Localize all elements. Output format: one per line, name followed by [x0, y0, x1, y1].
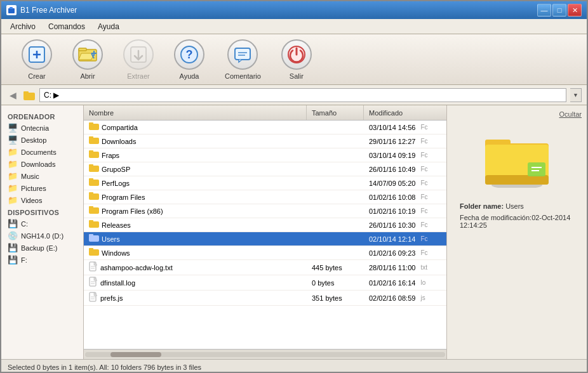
file-icon-row: [89, 292, 98, 302]
table-row[interactable]: GrupoSP 26/01/16 10:49 Fc: [84, 162, 446, 176]
ayuda-label: Ayuda: [180, 72, 199, 80]
file-modified: 29/01/16 12:27: [369, 138, 415, 145]
folder-icon-row: [89, 206, 99, 214]
table-row[interactable]: ashampoo-acdw-log.txt 445 bytes 28/01/16…: [84, 260, 446, 275]
abrir-button[interactable]: Abrir: [65, 36, 110, 84]
file-size-cell: [307, 224, 364, 226]
menu-bar: Archivo Comandos Ayuda: [1, 19, 587, 34]
folder-icon: [89, 247, 99, 258]
col-tamano[interactable]: Tamaño: [307, 105, 364, 120]
folder-icon-sm: 📁: [8, 171, 18, 181]
folder-icon: [89, 219, 99, 230]
ayuda-button[interactable]: ? Ayuda: [166, 36, 212, 84]
svg-rect-29: [89, 192, 93, 195]
sidebar-label: Documents: [21, 148, 57, 156]
path-dropdown[interactable]: ▼: [570, 88, 582, 102]
file-name: dfinstall.log: [100, 279, 135, 287]
svg-rect-35: [89, 234, 93, 237]
file-size: 351 bytes: [312, 294, 342, 302]
file-modified-cell: 01/02/16 10:19 Fc: [364, 206, 446, 216]
sidebar-item-documents[interactable]: 📁 Documents: [1, 146, 83, 158]
folder-icon-row: [89, 247, 99, 256]
folder-icon-row: [89, 122, 99, 131]
file-name-cell: Program Files (x86): [84, 204, 307, 218]
table-row[interactable]: prefs.js 351 bytes 02/02/16 08:59 js: [84, 291, 446, 306]
sidebar-label: Downloads: [21, 160, 55, 168]
horizontal-scrollbar[interactable]: [84, 349, 446, 359]
table-row[interactable]: Compartida 03/10/14 14:56 Fc: [84, 121, 446, 134]
sidebar-item-ontecnia[interactable]: 🖥️ Ontecnia: [1, 122, 83, 134]
window-controls: — □ ✕: [537, 4, 582, 16]
type-badge: Fc: [420, 152, 427, 159]
table-row[interactable]: Users 02/10/14 12:14 Fc: [84, 232, 446, 246]
back-button[interactable]: ◀: [6, 89, 19, 101]
svg-rect-37: [89, 248, 93, 251]
sidebar-section-dispositivos: Dispositivos: [1, 206, 83, 218]
type-badge: txt: [420, 264, 427, 271]
file-icon-row: [89, 261, 98, 272]
folder-name-row: Folder name: Users: [460, 202, 574, 210]
file-modified-cell: 03/10/14 14:56 Fc: [364, 122, 446, 133]
file-icon-row: [89, 277, 98, 287]
salir-button[interactable]: Salir: [274, 36, 319, 84]
file-name: Fraps: [102, 152, 119, 159]
svg-rect-1: [10, 7, 13, 9]
table-row[interactable]: Downloads 29/01/16 12:27 Fc: [84, 134, 446, 148]
sidebar-item-downloads[interactable]: 📁 Downloads: [1, 158, 83, 170]
folder-icon-row: [89, 136, 99, 145]
sidebar-label: C:: [21, 220, 28, 228]
sidebar-item-music[interactable]: 📁 Music: [1, 170, 83, 182]
sidebar-label: Pictures: [21, 185, 46, 192]
comentario-button[interactable]: Comentario: [217, 36, 269, 84]
sidebar-item-desktop[interactable]: 🖥️ Desktop: [1, 134, 83, 146]
scroll-track: [85, 352, 445, 357]
minimize-button[interactable]: —: [537, 4, 551, 16]
drive-icon: 💾: [8, 243, 18, 252]
file-name-cell: Fraps: [84, 148, 307, 162]
file-size-cell: [307, 126, 364, 129]
sidebar-item-f[interactable]: 💾 F:: [1, 254, 83, 266]
sidebar-item-pictures[interactable]: 📁 Pictures: [1, 182, 83, 194]
file-name-cell: Compartida: [84, 121, 307, 134]
folder-icon-row: [89, 192, 99, 200]
table-row[interactable]: Windows 01/02/16 09:23 Fc: [84, 246, 446, 260]
hide-button[interactable]: Ocultar: [559, 110, 582, 118]
file-size-cell: 351 bytes: [307, 293, 364, 303]
maximize-button[interactable]: □: [552, 4, 566, 16]
file-modified: 01/02/16 16:14: [369, 279, 415, 287]
col-nombre[interactable]: Nombre: [84, 105, 307, 120]
svg-rect-51: [485, 175, 549, 185]
table-row[interactable]: Releases 26/01/16 10:30 Fc: [84, 218, 446, 232]
folder-icon-row: [89, 233, 99, 242]
table-row[interactable]: Program Files (x86) 01/02/16 10:19 Fc: [84, 204, 446, 218]
menu-archivo[interactable]: Archivo: [4, 21, 42, 32]
table-row[interactable]: Program Files 01/02/16 10:08 Fc: [84, 190, 446, 204]
sidebar-label: F:: [21, 256, 27, 264]
salir-label: Salir: [290, 72, 304, 80]
sidebar-item-e[interactable]: 💾 Backup (E:): [1, 242, 83, 254]
menu-ayuda[interactable]: Ayuda: [91, 21, 126, 32]
menu-comandos[interactable]: Comandos: [42, 21, 91, 32]
close-button[interactable]: ✕: [568, 4, 582, 16]
type-badge: lo: [420, 279, 425, 286]
file-size-cell: [307, 168, 364, 171]
sidebar-item-videos[interactable]: 📁 Videos: [1, 194, 83, 206]
sidebar-label: Backup (E:): [21, 244, 57, 252]
file-name: Users: [102, 235, 120, 243]
folder-icon-sm: 📁: [8, 195, 18, 205]
sidebar-item-c[interactable]: 💾 C:: [1, 218, 83, 230]
file-list: Compartida 03/10/14 14:56 Fc Downloads 2…: [84, 121, 446, 349]
sidebar-item-d[interactable]: 💿 NGH14.0 (D:): [1, 230, 83, 242]
col-modificado[interactable]: Modificado: [364, 105, 446, 120]
crear-button[interactable]: Crear: [14, 36, 60, 84]
file-modified-cell: 26/01/16 10:49 Fc: [364, 164, 446, 174]
path-input[interactable]: [39, 88, 566, 102]
folder-preview: [482, 131, 552, 190]
file-name-cell: Releases: [84, 218, 307, 232]
scroll-thumb[interactable]: [110, 352, 161, 357]
table-row[interactable]: dfinstall.log 0 bytes 01/02/16 16:14 lo: [84, 275, 446, 291]
extraer-button[interactable]: Extraer: [116, 36, 161, 84]
table-row[interactable]: Fraps 03/10/14 09:19 Fc: [84, 148, 446, 162]
file-modified-cell: 26/01/16 10:30 Fc: [364, 220, 446, 230]
table-row[interactable]: PerfLogs 14/07/09 05:20 Fc: [84, 176, 446, 190]
